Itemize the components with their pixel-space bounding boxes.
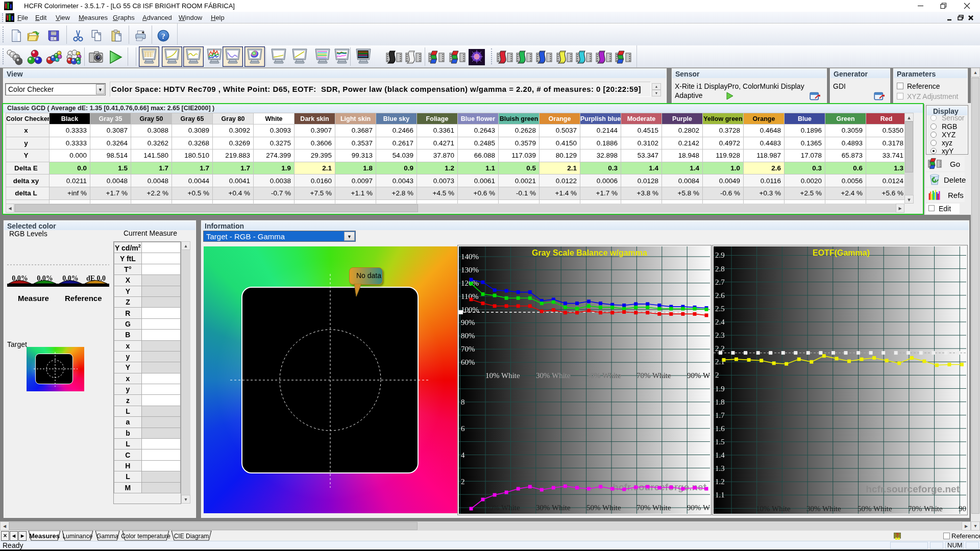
- svg-text:?: ?: [896, 533, 899, 538]
- svg-text:30% White: 30% White: [806, 505, 841, 513]
- svg-text:Color temperature: Color temperature: [121, 533, 170, 540]
- svg-text:dE 0.0: dE 0.0: [86, 274, 106, 282]
- svg-text:2.3: 2.3: [715, 331, 725, 339]
- svg-text:10% White: 10% White: [485, 371, 520, 380]
- svg-text:2.8: 2.8: [715, 265, 725, 273]
- svg-text:10% White: 10% White: [756, 505, 791, 513]
- svg-text:EOTF(Gamma): EOTF(Gamma): [813, 248, 870, 257]
- svg-text:1.8: 1.8: [715, 398, 725, 406]
- svg-text:hcfr.sourceforge.net: hcfr.sourceforge.net: [866, 484, 960, 494]
- svg-text:Measures: Measures: [29, 532, 60, 540]
- svg-text:4: 4: [461, 451, 465, 459]
- svg-text:70% White: 70% White: [908, 505, 943, 513]
- svg-text:80%: 80%: [461, 332, 475, 340]
- svg-text:Luminance: Luminance: [63, 533, 93, 540]
- svg-text:1.9: 1.9: [715, 385, 725, 393]
- svg-text:2.5: 2.5: [715, 305, 725, 313]
- svg-text:1.7: 1.7: [715, 411, 725, 419]
- svg-text:2.4: 2.4: [715, 318, 725, 326]
- svg-text:CIE Diagram: CIE Diagram: [174, 533, 209, 540]
- svg-text:0.0%: 0.0%: [12, 274, 28, 282]
- svg-text:30% White: 30% White: [536, 504, 571, 512]
- svg-text:2.7: 2.7: [715, 278, 725, 286]
- svg-text:0.0%: 0.0%: [37, 274, 53, 282]
- svg-text:90%: 90%: [461, 318, 475, 327]
- svg-text:1.3: 1.3: [715, 464, 725, 472]
- svg-text:90% Wh: 90% Wh: [687, 504, 710, 512]
- svg-text:70%: 70%: [461, 345, 475, 353]
- svg-text:10% White: 10% White: [485, 504, 520, 512]
- svg-text:6: 6: [461, 424, 465, 433]
- svg-text:70% White: 70% White: [636, 504, 671, 512]
- svg-text:130%: 130%: [461, 266, 479, 274]
- svg-text:50% White: 50% White: [586, 371, 621, 380]
- svg-text:140%: 140%: [461, 253, 479, 261]
- svg-text:Gray Scale Balance w/gamma: Gray Scale Balance w/gamma: [532, 248, 647, 257]
- svg-text:Gamma: Gamma: [96, 533, 118, 540]
- svg-text:1.2: 1.2: [715, 478, 725, 486]
- svg-text:90% Wh: 90% Wh: [959, 505, 966, 513]
- svg-text:30% White: 30% White: [536, 371, 571, 380]
- svg-text:60%: 60%: [461, 358, 475, 366]
- svg-text:70% White: 70% White: [636, 371, 671, 380]
- svg-text:1.6: 1.6: [715, 424, 725, 433]
- svg-text:2.6: 2.6: [715, 291, 725, 299]
- svg-text:2: 2: [715, 371, 719, 379]
- svg-text:2.9: 2.9: [715, 251, 725, 259]
- svg-text:90% Wh: 90% Wh: [687, 371, 710, 380]
- svg-text:1.4: 1.4: [715, 451, 725, 459]
- svg-text:?: ?: [161, 32, 165, 40]
- svg-text:2: 2: [461, 478, 465, 486]
- svg-text:50% White: 50% White: [586, 504, 621, 512]
- svg-text:1.5: 1.5: [715, 438, 725, 446]
- svg-text:50% White: 50% White: [857, 505, 892, 513]
- svg-text:1.1: 1.1: [715, 491, 725, 499]
- svg-text:0.0%: 0.0%: [62, 274, 79, 282]
- svg-text:8: 8: [461, 398, 465, 406]
